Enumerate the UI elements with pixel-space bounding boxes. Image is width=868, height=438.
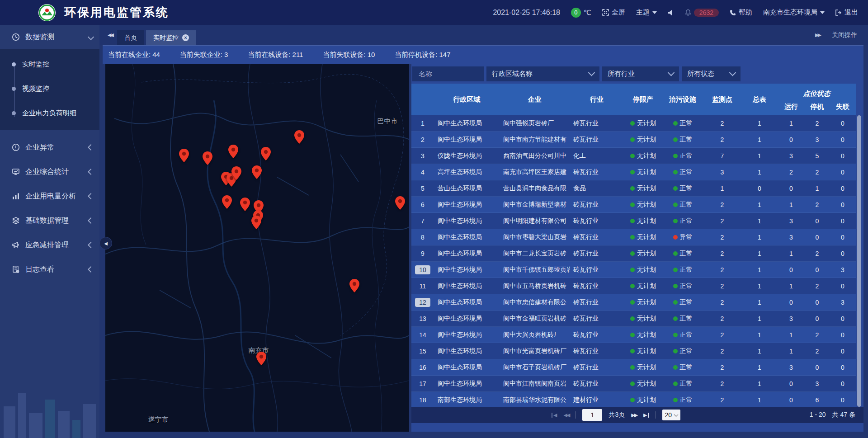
fullscreen-button[interactable]: 全屏 [602, 8, 625, 17]
table-row[interactable]: 15 阆中生态环境局 阆中市光富页岩机砖厂 砖瓦行业 无计划 正常 2 1 1 … [411, 343, 856, 359]
cell-company: 阆中明阳建材有限公司 [500, 217, 570, 225]
user-dropdown[interactable]: 南充市生态环境局 [763, 8, 825, 17]
map-pin-icon[interactable] [294, 130, 304, 144]
cell-region: 阆中生态环境局 [434, 331, 500, 339]
map-pin-icon[interactable] [261, 147, 271, 160]
bullet-icon [12, 62, 16, 66]
sidebar-item-video-monitor[interactable]: 视频监控 [0, 76, 99, 101]
fullscreen-icon [602, 9, 609, 16]
table-row[interactable]: 5 营山生态环境局 营山县润丰肉食品有限 食品 无计划 正常 1 0 0 1 0 [411, 180, 856, 197]
tabs-collapse-icon[interactable]: ◀◀ [108, 32, 113, 38]
region-select[interactable]: 行政区域名称 [486, 66, 599, 81]
map-pin-icon[interactable] [179, 149, 189, 162]
panel-collapse-toggle[interactable]: ◀ [99, 237, 112, 250]
theme-dropdown[interactable]: 主题 [636, 8, 657, 17]
table-row[interactable]: 10 阆中生态环境局 阆中市千佛镇五郎垭页岩 砖瓦行业 无计划 正常 2 1 0… [411, 262, 856, 278]
sidebar-item-enterprise-abnormal[interactable]: 企业异常 [0, 135, 99, 160]
map-pin-icon[interactable] [256, 352, 266, 365]
layers-icon [12, 217, 20, 225]
cell-lost: 3 [830, 266, 856, 273]
last-page-button[interactable]: ▶ [643, 412, 649, 418]
cell-points: 2 [703, 201, 741, 208]
cell-meter: 0 [741, 185, 778, 192]
gauge-icon [12, 33, 20, 41]
table-row[interactable]: 16 阆中生态环境局 阆中市石子页岩机砖厂 砖瓦行业 无计划 正常 2 1 3 … [411, 359, 856, 376]
table-row[interactable]: 12 阆中生态环境局 阆中市忠信建材有限公 砖瓦行业 无计划 正常 2 1 0 … [411, 294, 856, 311]
cell-stop: 2 [805, 348, 830, 355]
table-row[interactable]: 8 阆中生态环境局 阆中市枣碧大梁山页岩 砖瓦行业 无计划 异常 2 1 3 0… [411, 229, 856, 245]
table-row[interactable]: 7 阆中生态环境局 阆中明阳建材有限公司 砖瓦行业 无计划 正常 2 1 3 0… [411, 213, 856, 229]
tabs-expand-icon[interactable]: ▶▶ [815, 32, 820, 38]
table-row[interactable]: 18 南部生态环境局 南部县瑞华水泥有限公 建材行业 无计划 正常 2 1 0 … [411, 392, 856, 407]
table-row[interactable]: 1 阆中生态环境局 阆中强锐页岩砖厂 砖瓦行业 无计划 正常 2 1 1 2 0 [411, 115, 856, 132]
row-index: 11 [415, 282, 430, 291]
prev-page-button[interactable]: ◀◀ [563, 412, 569, 418]
row-index: 18 [415, 396, 430, 405]
tab-home[interactable]: 首页 [117, 30, 144, 45]
table-row[interactable]: 2 阆中生态环境局 阆中市南方节能建材有 砖瓦行业 无计划 正常 2 1 0 3… [411, 132, 856, 148]
tab-realtime-monitor[interactable]: 实时监控 × [146, 30, 196, 45]
table-row[interactable]: 6 阆中生态环境局 阆中市金博瑞新型墙材 砖瓦行业 无计划 正常 2 1 1 2… [411, 197, 856, 213]
table-row[interactable]: 17 阆中生态环境局 阆中市江南镇阆南页岩 砖瓦行业 无计划 正常 2 1 0 … [411, 376, 856, 392]
table-row[interactable]: 13 阆中生态环境局 阆中市金福旺页岩机砖 砖瓦行业 无计划 正常 2 1 3 … [411, 311, 856, 327]
filter-bar: 行政区域名称 所有行业 所有状态 [412, 66, 741, 81]
cell-company: 阆中市南方节能建材有 [500, 136, 570, 144]
page-size-select[interactable]: 20 [662, 410, 681, 420]
map-city-label: 巴中市 [377, 117, 398, 126]
cell-facility: 异常 [662, 233, 703, 241]
scrollbar-thumb[interactable] [857, 115, 861, 407]
cell-points: 2 [703, 348, 741, 355]
map-pin-icon[interactable] [203, 151, 212, 165]
total-pages-label: 共3页 [609, 411, 625, 419]
industry-select[interactable]: 所有行业 [602, 66, 679, 81]
map-pin-icon[interactable] [228, 145, 238, 158]
map-pin-icon[interactable] [395, 196, 405, 210]
map-canvas[interactable]: 巴中市 南充市 遂宁市 [105, 64, 409, 432]
table-row[interactable]: 9 阆中生态环境局 阆中市二龙长宝页岩砖 砖瓦行业 无计划 正常 2 1 1 2… [411, 245, 856, 262]
mute-icon[interactable] [668, 9, 674, 16]
map-pin-icon[interactable] [240, 198, 250, 211]
cell-facility: 正常 [662, 266, 703, 274]
table-scrollbar[interactable] [857, 115, 861, 407]
cell-points: 2 [703, 315, 741, 322]
help-button[interactable]: 帮助 [730, 8, 752, 17]
page-number-input[interactable] [582, 409, 602, 421]
sidebar-item-realtime-monitor[interactable]: 实时监控 [0, 52, 99, 76]
sidebar-item-base-data[interactable]: 基础数据管理 [0, 208, 99, 233]
table-row[interactable]: 14 阆中生态环境局 阆中大兴页岩机砖厂 砖瓦行业 无计划 正常 2 1 1 2… [411, 327, 856, 343]
table-row[interactable]: 11 阆中生态环境局 阆中市五马桥页岩机砖 砖瓦行业 无计划 正常 2 1 1 … [411, 278, 856, 294]
map-pin-icon[interactable] [222, 195, 232, 209]
sidebar-item-power-load-detail[interactable]: 企业电力负荷明细 [0, 101, 99, 125]
pagination-range: 1 - 20 共 47 条 [810, 411, 855, 419]
map-roads [105, 64, 409, 432]
cell-run: 0 [778, 266, 805, 273]
map-pin-icon[interactable] [349, 279, 359, 292]
sidebar-item-emergency-reduction[interactable]: 应急减排管理 [0, 233, 99, 257]
sidebar-item-data-monitor[interactable]: 数据监测 [0, 25, 99, 49]
sidebar-item-power-analysis[interactable]: 企业用电量分析 [0, 184, 99, 208]
table-row[interactable]: 4 高坪生态环境局 南充市高坪区王家店建 砖瓦行业 无计划 正常 3 1 2 2… [411, 164, 856, 180]
map-pin-icon[interactable] [251, 216, 261, 229]
logout-button[interactable]: 退出 [835, 8, 858, 17]
row-index: 9 [415, 249, 430, 258]
next-page-button[interactable]: ▶▶ [631, 412, 637, 418]
close-operations-button[interactable]: 关闭操作 [832, 31, 857, 39]
status-select[interactable]: 所有状态 [682, 66, 741, 81]
status-dot [673, 316, 678, 321]
cell-industry: 食品 [570, 184, 624, 193]
notification-bell[interactable]: 2632 [685, 9, 719, 17]
map-pin-icon[interactable] [252, 165, 262, 179]
cell-limit: 无计划 [624, 201, 662, 209]
map-pin-icon[interactable] [231, 166, 241, 180]
cell-limit: 无计划 [624, 152, 662, 160]
cell-region: 阆中生态环境局 [434, 347, 500, 355]
sidebar-item-enterprise-statistics[interactable]: 企业综合统计 [0, 160, 99, 184]
col-run: 运行 [778, 102, 805, 113]
cell-company: 阆中市五马桥页岩机砖 [500, 282, 570, 290]
name-search-input[interactable] [418, 70, 478, 78]
table-row[interactable]: 3 仪陇生态环境局 西南油气田分公司川中 化工 无计划 正常 7 1 3 5 0 [411, 148, 856, 164]
close-icon[interactable]: × [182, 34, 189, 41]
cell-company: 阆中市江南镇阆南页岩 [500, 380, 570, 388]
sidebar-item-log-view[interactable]: 日志查看 [0, 257, 99, 282]
first-page-button[interactable]: ◀ [552, 412, 557, 418]
